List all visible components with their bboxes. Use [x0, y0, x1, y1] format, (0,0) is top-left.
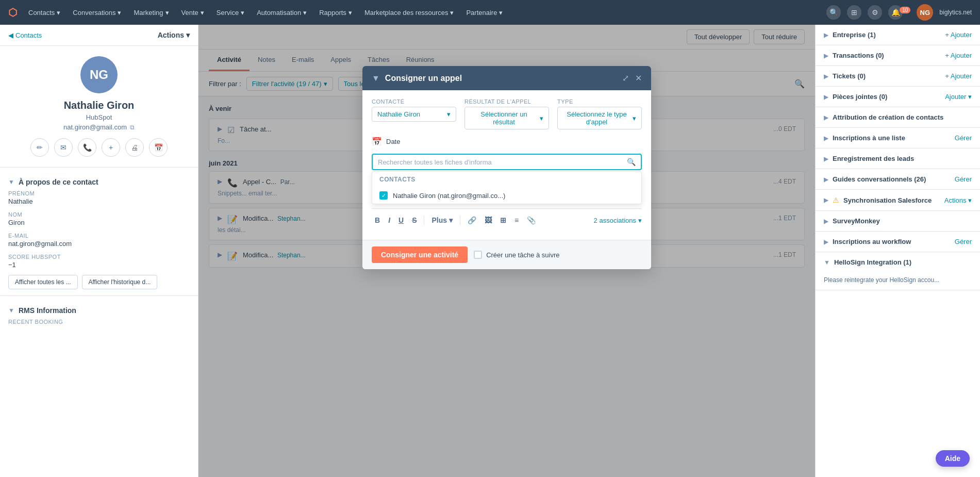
attribution-section-left: ▶ Attribution de création de contacts: [824, 113, 943, 121]
contact-name: Nathalie Giron: [64, 100, 135, 111]
right-panel: ▶ Entreprise (1) + Ajouter ▶ Transaction…: [815, 25, 980, 477]
nav-vente[interactable]: Vente ▾: [176, 6, 209, 20]
inscriptions-liste-manage-button[interactable]: Gérer: [955, 134, 972, 142]
modal-fields-row: Contacté Nathalie Giron ▾ Résultat de l'…: [372, 98, 642, 129]
nav-service[interactable]: Service ▾: [211, 6, 250, 20]
search-records-icon[interactable]: 🔍: [627, 158, 636, 166]
tickets-section-left: ▶ Tickets (0): [824, 72, 866, 80]
create-task-checkbox[interactable]: [474, 251, 482, 259]
bold-button[interactable]: B: [372, 214, 383, 226]
salesforce-chevron-icon: ▶: [824, 196, 828, 204]
link-button[interactable]: 🔗: [464, 214, 479, 226]
salesforce-actions-button[interactable]: Actions ▾: [944, 196, 972, 204]
entreprise-add-button[interactable]: + Ajouter: [945, 31, 972, 39]
contact-actions-row: ✏ ✉ 📞 + 🖨 📅: [30, 138, 168, 157]
copy-email-icon[interactable]: ⧉: [130, 124, 135, 131]
image-button[interactable]: 🖼: [481, 214, 495, 226]
about-section: ▼ À propos de ce contact Prénom Nathalie…: [0, 168, 198, 295]
table-button[interactable]: ⊞: [497, 214, 509, 226]
transactions-section-header[interactable]: ▶ Transactions (0) + Ajouter: [816, 45, 980, 65]
italic-button[interactable]: I: [385, 214, 393, 226]
salesforce-section-header[interactable]: ▶ ⚠ Synchronisation Salesforce Actions ▾: [816, 190, 980, 210]
modal-close-button[interactable]: ✕: [635, 73, 642, 83]
list-button[interactable]: ≡: [511, 214, 522, 226]
show-all-button[interactable]: Afficher toutes les ...: [8, 275, 78, 289]
right-section-transactions: ▶ Transactions (0) + Ajouter: [816, 45, 980, 66]
contact-result-text: Nathalie Giron (nat.giron@gmail.co...): [393, 192, 505, 200]
create-task-checkbox-label[interactable]: Créer une tâche à suivre: [474, 251, 559, 259]
notification-badge: 10: [900, 7, 910, 13]
modal-expand-button[interactable]: ⤢: [622, 73, 629, 83]
user-avatar[interactable]: NG: [917, 4, 933, 21]
edit-contact-button[interactable]: ✏: [30, 138, 49, 157]
pieces-jointes-add-button[interactable]: Ajouter ▾: [945, 93, 972, 101]
calendar-icon[interactable]: 📅: [372, 137, 382, 146]
nav-partenaire[interactable]: Partenaire ▾: [461, 6, 508, 20]
about-section-header[interactable]: ▼ À propos de ce contact: [8, 174, 190, 190]
add-action-button[interactable]: +: [102, 138, 120, 157]
guides-section-header[interactable]: ▶ Guides conversationnels (26) Gérer: [816, 169, 980, 189]
nav-marketing[interactable]: Marketing ▾: [128, 6, 174, 20]
call-type-select-button[interactable]: Sélectionnez le type d'appel ▾: [557, 107, 642, 129]
nav-rapports[interactable]: Rapports ▾: [314, 6, 357, 20]
associations-button[interactable]: 2 associations ▾: [594, 217, 642, 224]
submit-activity-button[interactable]: Consigner une activité: [372, 246, 468, 263]
call-result-select-button[interactable]: Sélectionner un résultat ▾: [464, 107, 549, 129]
marketplace-icon[interactable]: ⊞: [847, 5, 861, 20]
call-contact-button[interactable]: 📞: [78, 138, 96, 157]
guides-manage-button[interactable]: Gérer: [955, 175, 972, 183]
surveymonkey-section-header[interactable]: ▶ SurveyMonkey: [816, 211, 980, 231]
dropdown-contact-item[interactable]: ✓ Nathalie Giron (nat.giron@gmail.co...): [372, 187, 641, 204]
underline-button[interactable]: U: [395, 214, 407, 226]
call-type-field: Type Sélectionnez le type d'appel ▾: [557, 98, 642, 129]
nav-automatisation[interactable]: Automatisation ▾: [252, 6, 312, 20]
hellosign-chevron-icon: ▼: [824, 259, 830, 266]
call-result-field: Résultat de l'appel Sélectionner un résu…: [464, 98, 549, 129]
salesforce-section-left: ▶ ⚠ Synchronisation Salesforce: [824, 196, 932, 204]
toolbar-separator-2: [460, 216, 460, 225]
right-section-guides: ▶ Guides conversationnels (26) Gérer: [816, 169, 980, 190]
contact-select-button[interactable]: Nathalie Giron ▾: [372, 107, 456, 122]
attach-button[interactable]: 📎: [524, 214, 539, 226]
rms-section: ▼ RMS Information Recent booking: [0, 295, 198, 337]
entreprise-section-header[interactable]: ▶ Entreprise (1) + Ajouter: [816, 25, 980, 45]
modal-minimize-icon[interactable]: ▼: [372, 74, 380, 83]
surveymonkey-section-left: ▶ SurveyMonkey: [824, 217, 880, 225]
pieces-jointes-section-header[interactable]: ▶ Pièces jointes (0) Ajouter ▾: [816, 87, 980, 107]
strikethrough-button[interactable]: S: [409, 214, 420, 226]
nav-contacts[interactable]: Contacts ▾: [23, 6, 65, 20]
nav-conversations[interactable]: Conversations ▾: [68, 6, 126, 20]
actions-button[interactable]: Actions ▾: [158, 31, 190, 39]
rms-section-header[interactable]: ▼ RMS Information: [8, 302, 190, 319]
hellosign-section-header[interactable]: ▼ HelloSign Integration (1): [816, 252, 980, 272]
right-section-inscriptions-liste: ▶ Inscriptions à une liste Gérer: [816, 128, 980, 149]
tickets-section-header[interactable]: ▶ Tickets (0) + Ajouter: [816, 66, 980, 86]
top-navigation: ⬡ Contacts ▾ Conversations ▾ Marketing ▾…: [0, 0, 980, 25]
show-history-button[interactable]: Afficher l'historique d...: [82, 275, 158, 289]
tickets-add-button[interactable]: + Ajouter: [945, 72, 972, 80]
schedule-button[interactable]: 📅: [149, 138, 168, 157]
settings-icon[interactable]: ⚙: [868, 5, 882, 20]
more-formats-button[interactable]: Plus ▾: [428, 214, 455, 226]
back-to-contacts[interactable]: ◀ Contacts: [8, 31, 42, 39]
domain-label: biglytics.net: [939, 9, 972, 16]
inscriptions-liste-section-header[interactable]: ▶ Inscriptions à une liste Gérer: [816, 128, 980, 148]
search-records-input[interactable]: [378, 158, 627, 166]
modal-footer: Consigner une activité Créer une tâche à…: [362, 240, 651, 269]
entreprise-section-left: ▶ Entreprise (1): [824, 31, 876, 39]
workflow-manage-button[interactable]: Gérer: [955, 238, 972, 245]
right-section-tickets: ▶ Tickets (0) + Ajouter: [816, 66, 980, 87]
help-button[interactable]: Aide: [936, 450, 970, 467]
email-contact-button[interactable]: ✉: [54, 138, 73, 157]
contact-avatar: NG: [80, 56, 118, 93]
enregistrement-leads-section-header[interactable]: ▶ Enregistrement des leads: [816, 149, 980, 169]
print-button[interactable]: 🖨: [125, 138, 144, 157]
transactions-add-button[interactable]: + Ajouter: [945, 52, 972, 59]
hubspot-logo[interactable]: ⬡: [8, 6, 17, 19]
search-dropdown: Contacts ✓ Nathalie Giron (nat.giron@gma…: [372, 171, 642, 204]
search-icon[interactable]: 🔍: [826, 5, 841, 20]
attribution-section-header[interactable]: ▶ Attribution de création de contacts: [816, 107, 980, 127]
contact-checkbox-checked[interactable]: ✓: [379, 191, 388, 200]
workflow-section-header[interactable]: ▶ Inscriptions au workflow Gérer: [816, 232, 980, 252]
nav-marketplace[interactable]: Marketplace des ressources ▾: [359, 6, 459, 20]
